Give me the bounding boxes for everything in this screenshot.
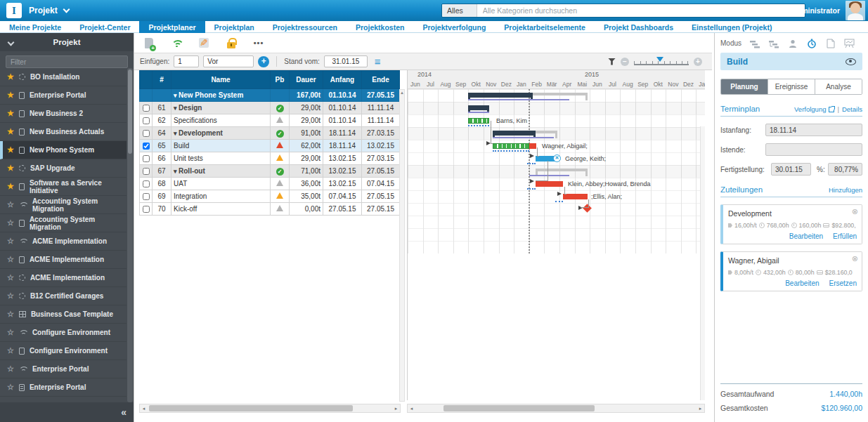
gantt-bar-specifications[interactable] xyxy=(468,118,489,124)
favorite-star-icon[interactable] xyxy=(7,365,14,373)
table-horizontal-scrollbar[interactable]: ◂▸ xyxy=(139,404,401,413)
row-checkbox[interactable] xyxy=(143,117,150,124)
details-link[interactable]: Details xyxy=(842,105,862,113)
project-item[interactable]: ACME Implementation xyxy=(0,251,127,269)
project-item[interactable]: Accounting System Migration xyxy=(0,196,127,214)
insert-position-select[interactable]: Vor xyxy=(203,55,254,67)
tab-projektressourcen[interactable]: Projektressourcen xyxy=(264,21,346,33)
table-row[interactable]: 66 Unit tests 29,00t 13.02.15 27.03.15 xyxy=(140,152,400,165)
remove-assignment-icon[interactable]: ⊗ xyxy=(852,254,858,263)
favorite-star-icon[interactable] xyxy=(7,128,14,136)
eye-icon[interactable] xyxy=(846,58,856,65)
add-document-button[interactable] xyxy=(143,37,155,49)
favorite-star-icon[interactable] xyxy=(7,347,14,355)
insert-row-button[interactable]: + xyxy=(258,56,269,67)
project-item[interactable]: Enterprise Portal xyxy=(0,378,127,397)
sidebar-collapse-button[interactable]: « xyxy=(0,402,134,422)
publish-button[interactable] xyxy=(170,37,183,49)
table-row[interactable]: 69 Integration 35,00t 07.04.15 27.05.15 xyxy=(140,190,400,203)
tab-projektarbeitselemente[interactable]: Projektarbeitselemente xyxy=(495,21,595,33)
favorite-star-icon[interactable] xyxy=(7,310,14,318)
table-row[interactable]: 70 Kick-off 0,00t 27.05.15 27.05.15 xyxy=(140,203,400,216)
edit-assignment-link[interactable]: Bearbeiten xyxy=(789,232,823,240)
favorite-star-icon[interactable] xyxy=(7,91,14,99)
project-item[interactable]: B12 Certified Garages xyxy=(0,287,127,305)
more-button[interactable]: ••• xyxy=(252,37,265,49)
verfolgung-link[interactable]: Verfolgung xyxy=(794,105,826,113)
mode-presentation-icon[interactable] xyxy=(843,38,855,48)
filter-icon[interactable] xyxy=(608,58,616,65)
row-checkbox[interactable] xyxy=(143,130,150,137)
tab-projekt-center[interactable]: Projekt-Center xyxy=(70,21,139,33)
panel-tab-ereignisse[interactable]: Ereignisse xyxy=(768,79,815,94)
favorite-star-icon[interactable] xyxy=(7,292,14,300)
row-checkbox[interactable] xyxy=(143,143,150,150)
project-item[interactable]: Accounting System Migration xyxy=(0,214,127,232)
tab-meine-projekte[interactable]: Meine Projekte xyxy=(0,21,70,33)
app-menu-chevron-icon[interactable] xyxy=(63,6,70,13)
favorite-star-icon[interactable] xyxy=(7,201,14,209)
percent-field[interactable]: 80,77% xyxy=(828,163,862,176)
avatar[interactable] xyxy=(846,1,865,20)
tab-projekt-dashboards[interactable]: Projekt Dashboards xyxy=(595,21,682,33)
row-checkbox[interactable] xyxy=(143,155,150,162)
table-row[interactable]: 68 UAT 36,00t 13.02.15 07.04.15 xyxy=(140,178,400,190)
table-row-selected[interactable]: 65 Build 62,00t 18.11.14 13.02.15 xyxy=(140,140,400,152)
col-num[interactable]: # xyxy=(153,71,171,89)
table-row[interactable]: 62 Specifications 29,00t 01.10.14 11.11.… xyxy=(140,114,400,127)
search-scope-dropdown[interactable]: Alles xyxy=(442,4,477,17)
remove-assignment-icon[interactable]: ⊗ xyxy=(852,207,858,216)
slider-thumb-icon[interactable] xyxy=(656,57,663,62)
favorite-star-icon[interactable] xyxy=(7,73,14,81)
row-checkbox[interactable] xyxy=(143,168,150,175)
col-anfang[interactable]: Anfang xyxy=(323,71,362,89)
sidebar-filter-input[interactable] xyxy=(6,55,128,68)
gantt-vertical-scrollbar[interactable] xyxy=(700,126,705,400)
mode-gantt-icon[interactable] xyxy=(749,38,760,48)
mode-time-icon[interactable] xyxy=(805,38,817,48)
gantt-bar-design[interactable] xyxy=(468,105,489,110)
edit-assignment-link[interactable]: Bearbeiten xyxy=(785,279,819,287)
project-item[interactable]: ACME Implementation xyxy=(0,269,127,287)
fulfill-assignment-link[interactable]: Erfüllen xyxy=(833,232,857,240)
timeline-zoom-slider[interactable] xyxy=(634,58,689,65)
task-flag-icon[interactable]: ✕ xyxy=(553,154,561,162)
favorite-star-icon[interactable] xyxy=(7,146,14,154)
table-row[interactable]: 61 Design ✓ 29,00t 01.10.14 11.11.14 xyxy=(140,102,400,114)
tab-einstellungen[interactable]: Einstellungen (Projekt) xyxy=(682,21,781,33)
istanfang-field[interactable]: 18.11.14 xyxy=(765,124,862,136)
tab-projektplan[interactable]: Projektplan xyxy=(205,21,264,33)
replace-assignment-link[interactable]: Ersetzen xyxy=(829,279,857,287)
project-item[interactable]: BO Installation xyxy=(0,68,127,86)
zoom-out-button[interactable]: − xyxy=(621,58,629,66)
favorite-star-icon[interactable] xyxy=(7,183,14,190)
table-vertical-scrollbar[interactable]: ▴ xyxy=(399,89,405,402)
col-dauer[interactable]: Dauer xyxy=(290,71,323,89)
favorite-star-icon[interactable] xyxy=(7,329,14,336)
project-item-selected[interactable]: New Phone System xyxy=(0,141,127,159)
menu-icon[interactable]: ≡ xyxy=(375,55,381,67)
tab-projektverfolgung[interactable]: Projektverfolgung xyxy=(413,21,495,33)
row-checkbox[interactable] xyxy=(143,180,150,187)
mode-document-icon[interactable] xyxy=(824,38,836,48)
zoom-in-button[interactable]: + xyxy=(694,58,702,66)
search-input[interactable] xyxy=(477,4,805,17)
istende-field[interactable] xyxy=(765,143,862,156)
project-item[interactable]: Software as a Service Initiative xyxy=(0,178,127,196)
edit-button[interactable]: ✎ xyxy=(197,37,210,49)
insert-count-select[interactable]: 1 xyxy=(174,55,199,67)
fertigstellung-field[interactable]: 30.01.15 xyxy=(771,163,811,176)
project-item[interactable]: SAP Upgrade xyxy=(0,159,127,178)
favorite-star-icon[interactable] xyxy=(7,383,14,391)
gantt-bar-build-progress[interactable] xyxy=(493,143,529,149)
gantt-bar-uat[interactable] xyxy=(536,181,563,187)
project-item[interactable]: Enterprise Portal xyxy=(0,360,127,378)
gantt-bar-integration[interactable] xyxy=(563,194,588,199)
mode-resources-icon[interactable] xyxy=(786,38,798,48)
panel-tab-analyse[interactable]: Analyse xyxy=(815,79,862,94)
project-item[interactable]: ACME Implementation xyxy=(0,232,127,251)
gantt-bar-build-remaining[interactable] xyxy=(529,143,536,149)
row-checkbox[interactable] xyxy=(143,193,150,200)
project-item[interactable]: New Business 2 xyxy=(0,105,127,123)
project-item[interactable]: New Business Actuals xyxy=(0,123,127,141)
